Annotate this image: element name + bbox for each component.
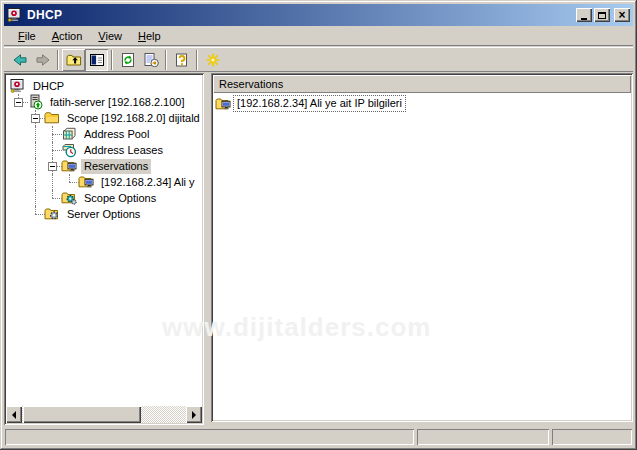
tree-item-server-options[interactable]: Server Options xyxy=(10,206,202,222)
status-panel-1 xyxy=(5,429,414,445)
export-list-button[interactable] xyxy=(139,49,162,71)
tree-item-label[interactable]: Address Pool xyxy=(81,127,152,142)
tree-item-label[interactable]: fatih-server [192.168.2.100] xyxy=(47,95,188,110)
tree-item-address-leases[interactable]: Address Leases xyxy=(10,142,202,158)
tree-item-label[interactable]: Scope Options xyxy=(81,191,159,206)
tree-item-label[interactable]: Reservations xyxy=(81,159,151,174)
tree-guide xyxy=(44,174,61,190)
toolbar-separator xyxy=(196,50,198,70)
tree-guide xyxy=(27,126,44,142)
export-list-icon xyxy=(143,52,159,68)
reservation-icon xyxy=(78,174,94,190)
tree-item-dhcp[interactable]: DHCP xyxy=(10,78,202,94)
toolbar xyxy=(4,47,633,72)
status-panel-2 xyxy=(417,429,549,445)
tree-guide xyxy=(44,126,61,142)
refresh-button[interactable] xyxy=(116,49,139,71)
address-leases-icon xyxy=(61,142,77,158)
tree-horizontal-scrollbar[interactable] xyxy=(6,406,202,423)
status-panel-3 xyxy=(552,429,632,445)
tree-guide xyxy=(10,190,27,206)
scroll-right-button[interactable] xyxy=(186,406,202,423)
tree-item-reservations[interactable]: Reservations xyxy=(10,158,202,174)
results-list: [192.168.2.34] Ali ye ait IP bilgileri xyxy=(213,93,631,420)
tree-guide xyxy=(10,158,27,174)
help-icon xyxy=(174,52,190,68)
scroll-left-arrow-icon xyxy=(8,411,16,419)
scroll-left-button[interactable] xyxy=(6,406,22,423)
tree-item-fatih-server-192-168-2-100[interactable]: fatih-server [192.168.2.100] xyxy=(10,94,202,110)
forward-arrow-icon xyxy=(35,52,51,68)
tree-item-label[interactable]: Server Options xyxy=(64,207,143,222)
tree-item-label[interactable]: Scope [192.168.2.0] dijitald xyxy=(64,111,202,126)
minimize-button[interactable] xyxy=(576,8,592,22)
tree-item-label[interactable]: Address Leases xyxy=(81,143,166,158)
help-button[interactable] xyxy=(170,49,193,71)
tree-guide xyxy=(27,190,44,206)
console-tree-icon xyxy=(89,52,105,68)
server-options-icon xyxy=(44,206,60,222)
tree-guide xyxy=(44,190,61,206)
expander-minus-icon[interactable] xyxy=(31,114,40,123)
reservations-icon xyxy=(61,158,77,174)
expander-minus-icon[interactable] xyxy=(14,98,23,107)
menubar: FileActionViewHelp xyxy=(4,27,633,46)
tree-item-scope-192-168-2-0-dijitald[interactable]: Scope [192.168.2.0] dijitald xyxy=(10,110,202,126)
new-star-button[interactable] xyxy=(201,49,224,71)
titlebar: DHCP × xyxy=(4,4,633,26)
window-title: DHCP xyxy=(27,8,62,22)
minimize-icon xyxy=(581,18,587,20)
menu-help[interactable]: Help xyxy=(130,28,169,44)
back-button[interactable] xyxy=(8,49,31,71)
back-arrow-icon xyxy=(12,52,28,68)
tree-guide xyxy=(10,110,27,126)
scrollbar-thumb[interactable] xyxy=(23,406,141,423)
scroll-right-arrow-icon xyxy=(192,411,200,419)
tree-guide xyxy=(61,174,78,190)
maximize-icon xyxy=(598,12,606,19)
toolbar-separator xyxy=(111,50,113,70)
close-button[interactable]: × xyxy=(614,8,630,22)
tree-guide xyxy=(44,158,61,174)
dhcp-app-icon xyxy=(7,7,23,23)
tree-guide xyxy=(27,206,44,222)
scope-options-icon xyxy=(61,190,77,206)
close-icon: × xyxy=(618,10,625,20)
tree-view: DHCPfatih-server [192.168.2.100]Scope [1… xyxy=(6,75,202,406)
list-item-label[interactable]: [192.168.2.34] Ali ye ait IP bilgileri xyxy=(233,95,406,112)
folder-icon xyxy=(44,110,60,126)
refresh-icon xyxy=(120,52,136,68)
console-tree-pane: DHCPfatih-server [192.168.2.100]Scope [1… xyxy=(4,73,204,425)
expander-minus-icon[interactable] xyxy=(48,162,57,171)
column-header-reservations[interactable]: Reservations xyxy=(213,75,631,93)
pane-splitter[interactable] xyxy=(204,73,211,425)
forward-button[interactable] xyxy=(31,49,54,71)
maximize-button[interactable] xyxy=(594,8,610,22)
tree-item-label[interactable]: [192.168.2.34] Ali y xyxy=(98,175,198,190)
tree-guide xyxy=(27,142,44,158)
reservation-icon xyxy=(215,96,231,112)
up-folder-icon xyxy=(66,52,82,68)
tree-item-label[interactable]: DHCP xyxy=(30,79,67,94)
tree-item-192-168-2-34-ali-y[interactable]: [192.168.2.34] Ali y xyxy=(10,174,202,190)
menu-view[interactable]: View xyxy=(90,28,130,44)
tree-item-address-pool[interactable]: Address Pool xyxy=(10,126,202,142)
tree-guide xyxy=(27,174,44,190)
up-one-level-button[interactable] xyxy=(62,49,85,71)
tree-guide xyxy=(10,142,27,158)
tree-item-scope-options[interactable]: Scope Options xyxy=(10,190,202,206)
show-hide-console-tree-button[interactable] xyxy=(85,49,108,71)
tree-guide xyxy=(10,174,27,190)
results-pane: Reservations [192.168.2.34] Ali ye ait I… xyxy=(211,73,633,422)
toolbar-separator xyxy=(57,50,59,70)
menu-action[interactable]: Action xyxy=(44,28,91,44)
window-controls: × xyxy=(576,8,630,22)
statusbar xyxy=(4,428,633,446)
menu-file[interactable]: File xyxy=(10,28,44,44)
address-pool-icon xyxy=(61,126,77,142)
tree-guide xyxy=(44,142,61,158)
star-icon xyxy=(205,52,221,68)
tree-guide xyxy=(27,158,44,174)
console-body: DHCPfatih-server [192.168.2.100]Scope [1… xyxy=(4,73,633,425)
list-item-reservation[interactable]: [192.168.2.34] Ali ye ait IP bilgileri xyxy=(215,95,631,112)
